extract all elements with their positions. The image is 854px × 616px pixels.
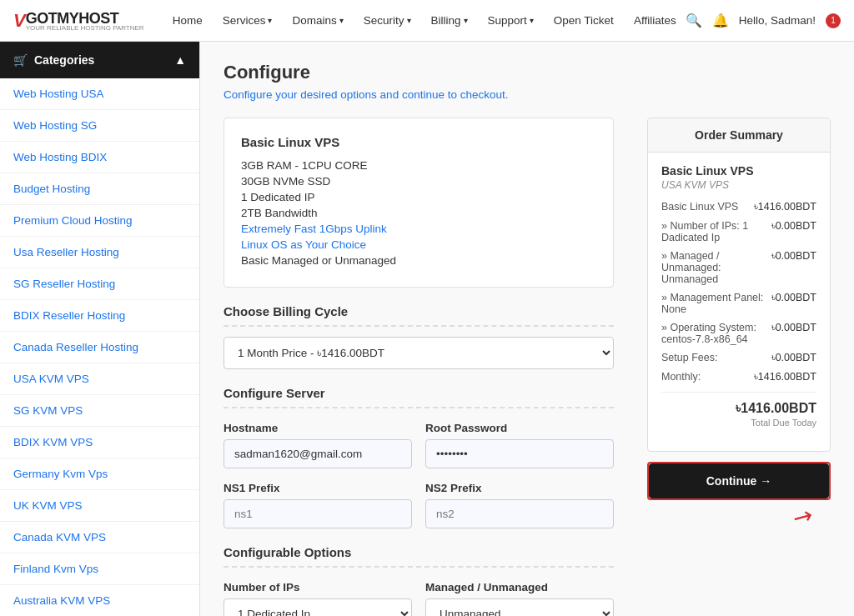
num-ips-group: Number of IPs 1 Dedicated Ip [224,581,412,616]
summary-row-value: ৳0.00BDT [771,352,816,364]
managed-group: Managed / Unmanaged Unmanaged [425,581,614,616]
num-ips-select[interactable]: 1 Dedicated Ip [224,598,412,616]
sidebar-item[interactable]: Web Hosting USA [0,78,199,110]
sidebar-item[interactable]: BDIX Reseller Hosting [0,300,199,332]
summary-row-label: Monthly: [661,371,747,383]
sidebar-item[interactable]: BDIX KVM VPS [0,427,199,458]
summary-body: Basic Linux VPS USA KVM VPS Basic Linux … [648,153,830,451]
nav-security[interactable]: Security ▾ [355,11,419,30]
summary-row: » Managed / Unmanaged: Unmanaged৳0.00BDT [661,250,816,285]
nav-support[interactable]: Support ▾ [480,11,542,30]
summary-card: Order Summary Basic Linux VPS USA KVM VP… [647,118,831,452]
billing-cycle-section: Choose Billing Cycle 1 Month Price - ৳14… [224,304,614,369]
continue-highlight-box: Continue → ↗ [647,462,831,500]
sidebar-item[interactable]: Premium Cloud Hosting [0,205,199,237]
configurable-options-section: Configurable Options Number of IPs 1 Ded… [224,545,614,616]
password-group: Root Password [425,422,614,468]
summary-row: » Management Panel: None৳0.00BDT [661,292,816,315]
billing-cycle-title: Choose Billing Cycle [224,304,614,327]
ns1-group: NS1 Prefix [224,482,412,528]
nav-open-ticket[interactable]: Open Ticket [545,11,622,30]
summary-row-label: » Number of IPs: 1 Dadicated Ip [661,220,765,243]
sidebar-item[interactable]: Budget Hosting [0,173,199,205]
nav-affiliates[interactable]: Affiliates [625,11,685,30]
page-layout: 🛒 Categories ▲ Web Hosting USAWeb Hostin… [0,42,854,616]
nav-billing[interactable]: Billing ▾ [423,11,476,30]
summary-row-label: » Managed / Unmanaged: Unmanaged [661,250,765,285]
nav-right: 🔍 🔔 Hello, Sadman! 1 [686,13,841,28]
search-icon[interactable]: 🔍 [686,13,702,28]
summary-row-value: ৳0.00BDT [771,292,816,304]
sidebar: 🛒 Categories ▲ Web Hosting USAWeb Hostin… [0,42,200,616]
vps-feature: 2TB Bandwidth [241,207,596,219]
summary-row: Monthly:৳1416.00BDT [661,371,816,383]
summary-row-label: Basic Linux VPS [661,201,747,213]
page-title: Configure [224,62,831,83]
logo-sub: YOUR RELIABLE HOSTING PARTNER [26,24,144,32]
summary-row: Setup Fees:৳0.00BDT [661,352,816,364]
ns1-input[interactable] [224,499,412,528]
hostname-label: Hostname [224,422,412,434]
support-caret-icon: ▾ [530,16,534,25]
sidebar-item[interactable]: Finland Kvm Vps [0,553,199,585]
vps-feature: Basic Managed or Unmanaged [241,254,596,267]
continue-button[interactable]: Continue → [649,463,829,498]
summary-product-name: Basic Linux VPS [661,164,816,178]
page-subtitle: Configure your desired options and conti… [224,88,831,101]
billing-caret-icon: ▾ [464,16,468,25]
nav-domains[interactable]: Domains ▾ [284,11,351,30]
navbar: V GOTMYHOST YOUR RELIABLE HOSTING PARTNE… [0,0,854,42]
vps-feature: 1 Dedicated IP [241,191,596,203]
options-grid: Number of IPs 1 Dedicated Ip Managed / U… [224,581,614,616]
logo-v-icon: V [13,10,26,32]
summary-row-value: ৳0.00BDT [771,322,816,334]
managed-select[interactable]: Unmanaged [425,598,614,616]
nav-home[interactable]: Home [164,11,211,30]
sidebar-item[interactable]: Web Hosting SG [0,110,199,142]
ns2-group: NS2 Prefix [425,482,614,528]
user-greeting[interactable]: Hello, Sadman! [739,14,816,27]
summary-row-label: Setup Fees: [661,352,765,363]
sidebar-item[interactable]: Germany Kvm Vps [0,458,199,490]
sidebar-item[interactable]: SG Reseller Hosting [0,268,199,300]
sidebar-item[interactable]: Canada Reseller Hosting [0,332,199,363]
cart-badge[interactable]: 1 [826,13,841,28]
summary-rows: Basic Linux VPS৳1416.00BDT» Number of IP… [661,201,816,383]
logo[interactable]: V GOTMYHOST YOUR RELIABLE HOSTING PARTNE… [13,10,144,32]
summary-divider [661,392,816,393]
billing-cycle-select[interactable]: 1 Month Price - ৳1416.00BDT [224,337,614,369]
nav-links: Home Services ▾ Domains ▾ Security ▾ Bil… [164,11,686,30]
product-features: 3GB RAM - 1CPU CORE30GB NVMe SSD1 Dedica… [241,159,596,267]
summary-row: Basic Linux VPS৳1416.00BDT [661,201,816,213]
ns2-input[interactable] [425,499,614,528]
server-form-grid: Hostname Root Password NS1 Prefix N [224,422,614,528]
summary-total-label: Total Due Today [661,418,816,428]
sidebar-header-label: Categories [34,53,94,67]
summary-row-value: ৳1416.00BDT [754,201,816,213]
bell-icon[interactable]: 🔔 [712,13,729,28]
summary-row: » Number of IPs: 1 Dadicated Ip৳0.00BDT [661,220,816,243]
summary-header: Order Summary [648,118,830,153]
summary-row: » Operating System: centos-7.8-x86_64৳0.… [661,322,816,345]
sidebar-item[interactable]: Usa Reseller Hosting [0,237,199,268]
sidebar-item[interactable]: Canada KVM VPS [0,522,199,553]
sidebar-header[interactable]: 🛒 Categories ▲ [0,42,199,78]
summary-row-label: » Management Panel: None [661,292,765,315]
password-input[interactable] [425,439,614,468]
summary-total: ৳1416.00BDT [661,401,816,416]
vps-feature: Linux OS as Your Choice [241,238,596,251]
nav-services[interactable]: Services ▾ [214,11,281,30]
sidebar-item[interactable]: USA KVM VPS [0,363,199,395]
sidebar-item[interactable]: SG KVM VPS [0,395,199,427]
sidebar-item[interactable]: Australia KVM VPS [0,585,199,616]
summary-product-sub: USA KVM VPS [661,179,816,191]
password-label: Root Password [425,422,614,434]
order-summary-panel: Order Summary Basic Linux VPS USA KVM VP… [630,118,831,616]
managed-label: Managed / Unmanaged [425,581,614,593]
hostname-input[interactable] [224,439,412,468]
sidebar-item[interactable]: UK KVM VPS [0,490,199,522]
main-content: Configure Configure your desired options… [200,42,854,616]
domains-caret-icon: ▾ [339,16,344,25]
sidebar-item[interactable]: Web Hosting BDIX [0,142,199,173]
summary-row-value: ৳0.00BDT [771,250,816,263]
